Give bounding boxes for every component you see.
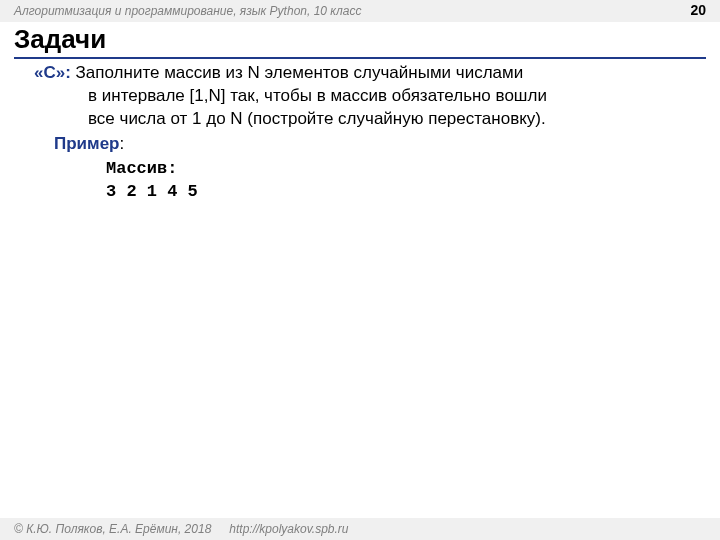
slide: Алгоритмизация и программирование, язык … [0, 0, 720, 540]
problem-text-line3: все числа от 1 до N (постройте случайную… [88, 108, 690, 131]
problem-text-line2: в интервале [1,N] так, чтобы в массив об… [88, 85, 690, 108]
slide-title: Задачи [14, 24, 706, 59]
footer-url: http://kpolyakov.spb.ru [229, 522, 348, 536]
example-block: Массив: 3 2 1 4 5 [106, 158, 690, 204]
example-line2: 3 2 1 4 5 [106, 181, 690, 204]
example-colon: : [119, 134, 124, 153]
problem-text-line1: Заполните массив из N элементов случайны… [76, 63, 524, 82]
problem-line: «C»: Заполните массив из N элементов слу… [34, 62, 690, 85]
slide-body: «C»: Заполните массив из N элементов слу… [34, 62, 690, 204]
page-number: 20 [690, 2, 706, 18]
example-label-line: Пример: [54, 133, 690, 156]
footer-bar: © К.Ю. Поляков, Е.А. Ерёмин, 2018 http:/… [0, 518, 720, 540]
header-bar: Алгоритмизация и программирование, язык … [0, 0, 720, 22]
example-line1: Массив: [106, 158, 690, 181]
example-label: Пример [54, 134, 119, 153]
footer-copyright: © К.Ю. Поляков, Е.А. Ерёмин, 2018 [14, 522, 211, 536]
problem-tag: «C»: [34, 63, 76, 82]
header-text: Алгоритмизация и программирование, язык … [14, 4, 361, 18]
